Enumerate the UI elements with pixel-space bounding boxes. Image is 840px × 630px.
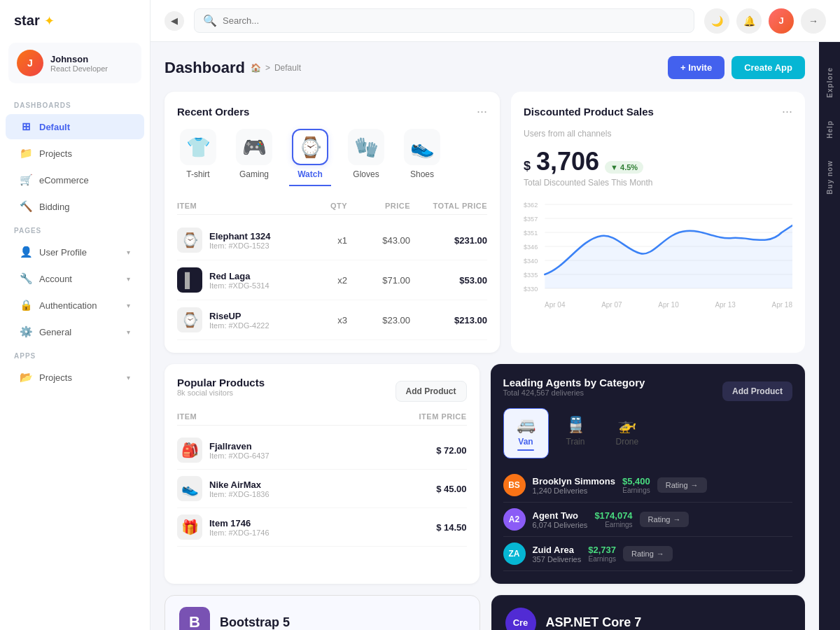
- collapse-sidebar-button[interactable]: ◀: [164, 11, 184, 31]
- leading-agents-title: Leading Agents by Category: [503, 377, 645, 388]
- sidebar-user-card[interactable]: J Johnson React Developer: [8, 43, 141, 83]
- sidebar-item-label: Projects: [39, 372, 72, 383]
- card-header: Recent Orders ···: [177, 104, 487, 119]
- gaming-tab-icon: 🎮: [236, 129, 272, 165]
- sidebar-item-ecommerce[interactable]: 🛒 eCommerce: [6, 167, 144, 192]
- chevron-down-icon: ▾: [127, 302, 130, 309]
- breadcrumb: 🏠 > Default: [251, 63, 301, 73]
- rating-button[interactable]: Rating →: [623, 546, 673, 561]
- chart-x-label: Apr 10: [658, 301, 678, 309]
- rating-button[interactable]: Rating →: [640, 512, 690, 527]
- table-row: ⌚ Elephant 1324 Item: #XDG-1523 x1 $43.0…: [177, 220, 487, 260]
- gloves-tab-label: Gloves: [353, 169, 379, 179]
- arrow-icon: →: [673, 515, 680, 524]
- sales-amount: $ 3,706 ▼ 4.5%: [524, 147, 792, 176]
- order-price: $43.00: [347, 235, 410, 246]
- card-menu-icon[interactable]: ···: [477, 104, 487, 119]
- theme-toggle-button[interactable]: 🌙: [704, 8, 729, 34]
- agent-avatar: BS: [503, 474, 526, 496]
- add-product-button[interactable]: Add Product: [396, 381, 467, 402]
- tshirt-tab-icon: 👕: [180, 129, 216, 165]
- tab-watch[interactable]: ⌚ Watch: [289, 129, 331, 186]
- pages-label: PAGES: [0, 220, 150, 239]
- dashboards-label: DASHBOARDS: [0, 94, 150, 113]
- sidebar: star ✦ J Johnson React Developer DASHBOA…: [0, 0, 150, 630]
- help-label[interactable]: Help: [822, 109, 838, 150]
- agent-earnings-label: Earnings: [594, 521, 632, 528]
- van-tab-label: Van: [518, 437, 533, 447]
- bottom-grid: Popular Products 8k social visitors Add …: [164, 364, 805, 584]
- product-image: 👟: [177, 476, 202, 501]
- table-row: A2 Agent Two 6,074 Deliveries $174,074 E…: [503, 503, 793, 537]
- product-image: 🎁: [177, 514, 202, 540]
- sidebar-item-projects[interactable]: 📁 Projects: [6, 141, 144, 166]
- explore-label[interactable]: Explore: [822, 56, 838, 109]
- shoes-tab-icon: 👟: [404, 129, 440, 165]
- rating-button[interactable]: Rating →: [657, 477, 707, 493]
- order-item-image: ⌚: [177, 307, 202, 332]
- tab-underline: [619, 449, 636, 451]
- sidebar-item-label: Projects: [39, 148, 72, 159]
- sales-card-header: Discounted Product Sales ···: [524, 104, 792, 119]
- tab-shoes[interactable]: 👟 Shoes: [401, 129, 443, 186]
- search-input[interactable]: [223, 15, 685, 26]
- aspnet-promo[interactable]: Cre ASP.NET Core 7: [491, 595, 806, 630]
- product-name: Nike AirMax: [209, 479, 270, 490]
- avatar: J: [17, 50, 43, 76]
- order-total: $213.00: [410, 315, 487, 326]
- tab-drone[interactable]: 🚁 Drone: [603, 408, 652, 458]
- order-item-image: ⌚: [177, 227, 202, 253]
- order-price: $71.00: [347, 275, 410, 286]
- agent-name: Zuid Area: [533, 545, 582, 555]
- product-image: 🎒: [177, 438, 202, 463]
- sidebar-item-bidding[interactable]: 🔨 Bidding: [6, 194, 144, 219]
- tab-gaming[interactable]: 🎮 Gaming: [233, 129, 275, 186]
- sidebar-item-authentication[interactable]: 🔒 Authentication ▾: [6, 293, 144, 318]
- recent-orders-card: Recent Orders ··· 👕 T-shirt 🎮 Gaming: [164, 92, 500, 353]
- col-item: ITEM: [177, 202, 291, 210]
- drone-tab-label: Drone: [616, 437, 639, 447]
- tab-train[interactable]: 🚆 Train: [553, 408, 598, 458]
- sidebar-item-projects-app[interactable]: 📂 Projects ▾: [6, 365, 144, 390]
- chart-x-labels: Apr 04 Apr 07 Apr 10 Apr 13 Apr 18: [524, 298, 792, 309]
- sidebar-item-account[interactable]: 🔧 Account ▾: [6, 266, 144, 291]
- sidebar-item-user-profile[interactable]: 👤 User Profile ▾: [6, 239, 144, 265]
- bootstrap-promo[interactable]: B Bootstrap 5: [164, 595, 480, 630]
- col-price: PRICE: [347, 202, 410, 210]
- order-total: $53.00: [410, 275, 487, 286]
- grid-icon: ⊞: [20, 120, 32, 133]
- svg-text:$351: $351: [524, 230, 538, 237]
- add-product-button-agents[interactable]: Add Product: [722, 382, 792, 401]
- tab-van[interactable]: 🚐 Van: [503, 408, 549, 458]
- tab-gloves[interactable]: 🧤 Gloves: [345, 129, 387, 186]
- table-row: ZA Zuid Area 357 Deliveries $2,737 Earni…: [503, 537, 793, 571]
- sidebar-item-general[interactable]: ⚙️ General ▾: [6, 319, 144, 344]
- order-item-info: ⌚ Elephant 1324 Item: #XDG-1523: [177, 227, 291, 253]
- invite-button[interactable]: + Invite: [668, 56, 724, 79]
- create-app-button[interactable]: Create App: [732, 56, 805, 79]
- train-tab-label: Train: [566, 437, 585, 447]
- table-row: ⌚ RiseUP Item: #XDG-4222 x3 $23.00 $213.…: [177, 300, 487, 340]
- sales-title: Discounted Product Sales: [524, 106, 654, 118]
- order-item-id: Item: #XDG-5314: [209, 281, 270, 290]
- product-id: Item: #XDG-1836: [209, 490, 270, 498]
- sidebar-item-default[interactable]: ⊞ Default: [6, 114, 144, 139]
- list-item: 🎁 Item 1746 Item: #XDG-1746 $ 14.50: [177, 508, 467, 547]
- logout-button[interactable]: →: [801, 8, 826, 34]
- logo-text: star: [14, 13, 40, 29]
- list-item: 🎒 Fjallraven Item: #XDG-6437 $ 72.00: [177, 431, 467, 470]
- home-icon: 🏠: [251, 63, 261, 73]
- topbar-avatar[interactable]: J: [769, 8, 794, 34]
- notifications-button[interactable]: 🔔: [736, 8, 762, 34]
- product-price: $ 14.50: [397, 522, 467, 533]
- tab-tshirt[interactable]: 👕 T-shirt: [177, 129, 219, 186]
- table-row: BS Brooklyn Simmons 1,240 Deliveries $5,…: [503, 468, 793, 503]
- col-total: TOTAL PRICE: [410, 202, 487, 210]
- sales-menu-icon[interactable]: ···: [782, 104, 792, 119]
- page-title: Dashboard: [164, 59, 245, 77]
- product-item-info: 🎁 Item 1746 Item: #XDG-1746: [177, 514, 397, 540]
- buy-now-label[interactable]: Buy now: [822, 149, 838, 206]
- agent-earnings: $174,074: [594, 510, 632, 521]
- agent-deliveries: 357 Deliveries: [533, 555, 582, 564]
- sidebar-item-label: eCommerce: [39, 175, 89, 186]
